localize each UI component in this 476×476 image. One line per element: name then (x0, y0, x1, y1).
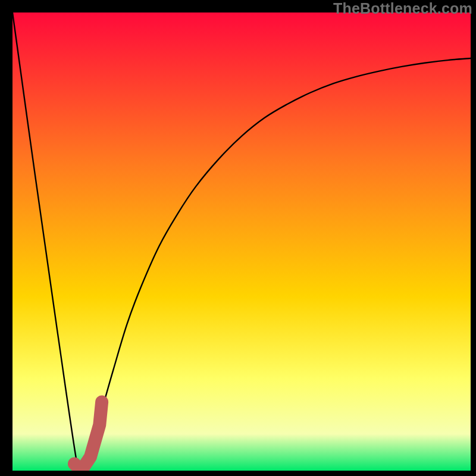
chart-canvas: TheBottleneck.com (0, 0, 476, 476)
plot-area (12, 12, 471, 471)
watermark-link[interactable]: TheBottleneck.com (333, 0, 472, 17)
chart-svg (12, 12, 471, 471)
gradient-background (12, 12, 471, 471)
